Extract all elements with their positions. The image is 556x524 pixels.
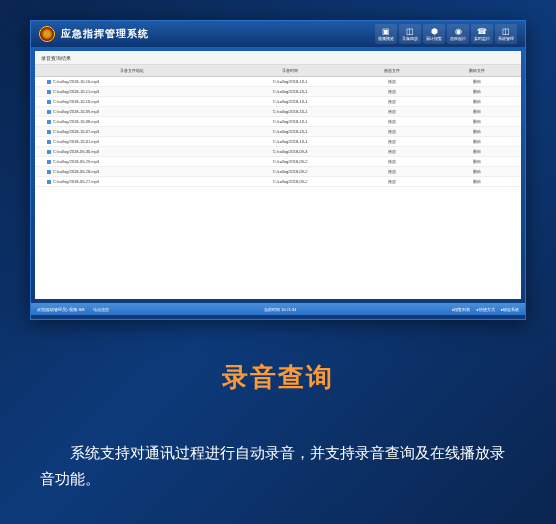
play-button[interactable]: 播放: [351, 77, 434, 87]
recording-table: 录音文件地址录音时间播放文件删除文件 C:/callog/2018-10-16.…: [35, 65, 521, 299]
time-cell: C:/callog/2018-10-1: [229, 117, 351, 127]
time-cell: C:/callog/2018-10-1: [229, 77, 351, 87]
status-site: 站点信息: [93, 307, 109, 312]
status-shortcut-link[interactable]: ●快捷方式: [476, 307, 494, 312]
content-area: 录音查询结果 录音文件地址录音时间播放文件删除文件 C:/callog/2018…: [35, 51, 521, 299]
toolbar-button-0[interactable]: ▣视频预览: [375, 24, 397, 44]
toolbar-label: 累计报警: [426, 36, 442, 41]
table-row: C:/callog/2018-10-01.mp3C:/callog/2018-1…: [35, 137, 521, 147]
delete-button[interactable]: 删除: [434, 87, 522, 97]
file-cell: C:/callog/2018-09-30.mp3: [35, 147, 229, 157]
file-cell: C:/callog/2018-09-29.mp3: [35, 157, 229, 167]
play-button[interactable]: 播放: [351, 127, 434, 137]
delete-button[interactable]: 删除: [434, 77, 522, 87]
file-icon: [47, 110, 51, 114]
file-cell: C:/callog/2018-10-08.mp3: [35, 117, 229, 127]
time-cell: C:/callog/2018-10-1: [229, 97, 351, 107]
table-row: C:/callog/2018-10-10.mp3C:/callog/2018-1…: [35, 97, 521, 107]
table-row: C:/callog/2018-10-07.mp3C:/callog/2018-1…: [35, 127, 521, 137]
file-icon: [47, 100, 51, 104]
toolbar-button-3[interactable]: ◉远程遥控: [447, 24, 469, 44]
time-cell: C:/callog/2018-09-2: [229, 157, 351, 167]
table-row: C:/callog/2018-09-30.mp3C:/callog/2018-0…: [35, 147, 521, 157]
toolbar-icon: ▣: [382, 28, 390, 36]
play-button[interactable]: 播放: [351, 177, 434, 187]
toolbar: ▣视频预览◫录像回放⬢累计报警◉远程遥控☎实时监控◫系统管理: [375, 24, 517, 44]
status-alarm-link[interactable]: ●报警列表: [452, 307, 470, 312]
toolbar-icon: ◉: [455, 28, 462, 36]
file-cell: C:/callog/2018-09-27.mp3: [35, 177, 229, 187]
toolbar-button-1[interactable]: ◫录像回放: [399, 24, 421, 44]
toolbar-icon: ☎: [477, 28, 487, 36]
file-icon: [47, 170, 51, 174]
toolbar-label: 录像回放: [402, 36, 418, 41]
toolbar-icon: ⬢: [431, 28, 438, 36]
app-window: 应急指挥管理系统 ▣视频预览◫录像回放⬢累计报警◉远程遥控☎实时监控◫系统管理 …: [30, 20, 526, 320]
toolbar-label: 实时监控: [474, 36, 490, 41]
time-cell: C:/callog/2018-09-2: [229, 177, 351, 187]
delete-button[interactable]: 删除: [434, 147, 522, 157]
file-cell: C:/callog/2018-10-16.mp3: [35, 77, 229, 87]
delete-button[interactable]: 删除: [434, 157, 522, 167]
play-button[interactable]: 播放: [351, 117, 434, 127]
table-row: C:/callog/2018-09-27.mp3C:/callog/2018-0…: [35, 177, 521, 187]
file-icon: [47, 160, 51, 164]
column-header: 删除文件: [434, 65, 522, 77]
time-cell: C:/callog/2018-09-2: [229, 167, 351, 177]
file-icon: [47, 140, 51, 144]
status-time: 当前时间 15:21:34: [264, 307, 297, 312]
toolbar-label: 远程遥控: [450, 36, 466, 41]
play-button[interactable]: 播放: [351, 157, 434, 167]
time-cell: C:/callog/2018-10-1: [229, 107, 351, 117]
play-button[interactable]: 播放: [351, 97, 434, 107]
status-bar: 欢迎(超级管理员) 视频: 8/8 站点信息 当前时间 15:21:34 ●报警…: [31, 303, 525, 315]
time-cell: C:/callog/2018-10-1: [229, 137, 351, 147]
delete-button[interactable]: 删除: [434, 137, 522, 147]
delete-button[interactable]: 删除: [434, 117, 522, 127]
file-cell: C:/callog/2018-10-11.mp3: [35, 87, 229, 97]
file-icon: [47, 180, 51, 184]
delete-button[interactable]: 删除: [434, 127, 522, 137]
file-cell: C:/callog/2018-09-28.mp3: [35, 167, 229, 177]
play-button[interactable]: 播放: [351, 87, 434, 97]
file-icon: [47, 90, 51, 94]
delete-button[interactable]: 删除: [434, 107, 522, 117]
app-logo-icon: [39, 26, 55, 42]
slide-description: 系统支持对通讯过程进行自动录音，并支持录音查询及在线播放录音功能。: [40, 440, 516, 491]
time-cell: C:/callog/2018-10-1: [229, 127, 351, 137]
file-cell: C:/callog/2018-10-01.mp3: [35, 137, 229, 147]
status-lock-link[interactable]: ●锁定系统: [501, 307, 519, 312]
toolbar-button-5[interactable]: ◫系统管理: [495, 24, 517, 44]
play-button[interactable]: 播放: [351, 107, 434, 117]
delete-button[interactable]: 删除: [434, 97, 522, 107]
delete-button[interactable]: 删除: [434, 167, 522, 177]
toolbar-icon: ◫: [406, 28, 414, 36]
table-row: C:/callog/2018-10-16.mp3C:/callog/2018-1…: [35, 77, 521, 87]
play-button[interactable]: 播放: [351, 147, 434, 157]
play-button[interactable]: 播放: [351, 137, 434, 147]
file-icon: [47, 150, 51, 154]
toolbar-label: 系统管理: [498, 36, 514, 41]
column-header: 录音文件地址: [35, 65, 229, 77]
toolbar-icon: ◫: [502, 28, 510, 36]
app-header: 应急指挥管理系统 ▣视频预览◫录像回放⬢累计报警◉远程遥控☎实时监控◫系统管理: [31, 21, 525, 47]
file-icon: [47, 120, 51, 124]
table-row: C:/callog/2018-09-28.mp3C:/callog/2018-0…: [35, 167, 521, 177]
file-cell: C:/callog/2018-10-09.mp3: [35, 107, 229, 117]
column-header: 录音时间: [229, 65, 351, 77]
play-button[interactable]: 播放: [351, 167, 434, 177]
app-title-group: 应急指挥管理系统: [39, 26, 149, 42]
toolbar-button-2[interactable]: ⬢累计报警: [423, 24, 445, 44]
toolbar-label: 视频预览: [378, 36, 394, 41]
table-row: C:/callog/2018-10-08.mp3C:/callog/2018-1…: [35, 117, 521, 127]
file-cell: C:/callog/2018-10-07.mp3: [35, 127, 229, 137]
table-row: C:/callog/2018-10-09.mp3C:/callog/2018-1…: [35, 107, 521, 117]
toolbar-button-4[interactable]: ☎实时监控: [471, 24, 493, 44]
file-cell: C:/callog/2018-10-10.mp3: [35, 97, 229, 107]
time-cell: C:/callog/2018-09-3: [229, 147, 351, 157]
table-row: C:/callog/2018-10-11.mp3C:/callog/2018-1…: [35, 87, 521, 97]
app-title: 应急指挥管理系统: [61, 27, 149, 41]
table-row: C:/callog/2018-09-29.mp3C:/callog/2018-0…: [35, 157, 521, 167]
delete-button[interactable]: 删除: [434, 177, 522, 187]
status-user: 欢迎(超级管理员) 视频: 8/8: [37, 307, 85, 312]
